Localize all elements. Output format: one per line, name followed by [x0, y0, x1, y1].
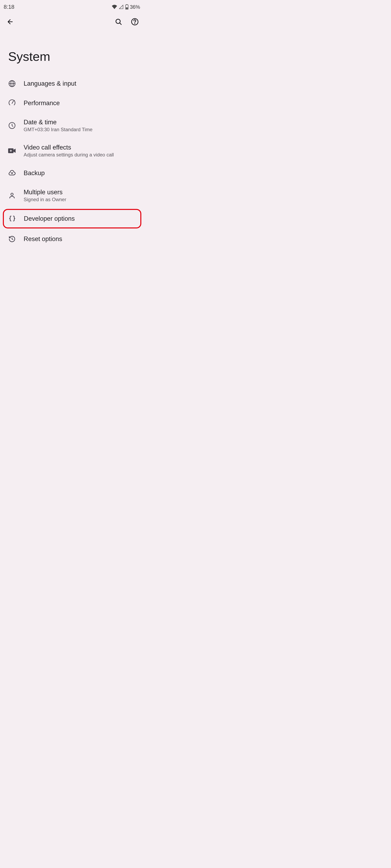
item-date-time[interactable]: Date & time GMT+03:30 Iran Standard Time [0, 113, 144, 138]
history-icon [8, 235, 16, 243]
page-title: System [0, 29, 144, 74]
wifi-icon [112, 5, 117, 9]
item-languages-input[interactable]: Languages & input [0, 74, 144, 93]
item-subtitle: GMT+03:30 Iran Standard Time [24, 127, 92, 132]
video-camera-icon [8, 147, 16, 155]
item-multiple-users[interactable]: Multiple users Signed in as Owner [0, 183, 144, 208]
item-title: Languages & input [24, 80, 76, 87]
svg-point-12 [11, 193, 13, 195]
item-video-call-effects[interactable]: Video call effects Adjust camera setting… [0, 138, 144, 163]
help-button[interactable] [130, 17, 140, 27]
item-title: Reset options [24, 235, 62, 243]
item-title: Performance [24, 99, 60, 107]
globe-icon [8, 80, 16, 88]
person-icon [8, 192, 16, 199]
clock-icon [8, 122, 16, 129]
item-title: Developer options [24, 215, 75, 222]
back-button[interactable] [5, 17, 15, 27]
svg-point-11 [10, 150, 11, 151]
svg-rect-1 [126, 4, 127, 5]
item-title: Video call effects [24, 144, 114, 151]
svg-rect-2 [126, 7, 128, 9]
braces-icon [8, 215, 16, 222]
item-title: Backup [24, 169, 45, 177]
settings-list: Languages & input Performance Date & tim… [0, 74, 144, 249]
status-indicators: 36% [112, 4, 140, 10]
battery-icon [125, 4, 129, 9]
svg-point-5 [135, 23, 135, 24]
battery-percentage: 36% [130, 4, 140, 10]
item-reset-options[interactable]: Reset options [0, 229, 144, 249]
item-developer-options[interactable]: Developer options [3, 209, 141, 228]
app-bar [0, 13, 144, 29]
signal-icon [118, 5, 124, 9]
item-subtitle: Signed in as Owner [24, 197, 66, 203]
status-bar: 8:18 36% [0, 0, 144, 13]
item-backup[interactable]: Backup [0, 163, 144, 183]
item-performance[interactable]: Performance [0, 93, 144, 113]
search-button[interactable] [114, 17, 123, 27]
item-subtitle: Adjust camera settings during a video ca… [24, 152, 114, 158]
speedometer-icon [8, 99, 16, 107]
cloud-upload-icon [8, 169, 16, 177]
status-time: 8:18 [4, 4, 15, 10]
item-title: Date & time [24, 119, 92, 126]
item-title: Multiple users [24, 189, 66, 196]
